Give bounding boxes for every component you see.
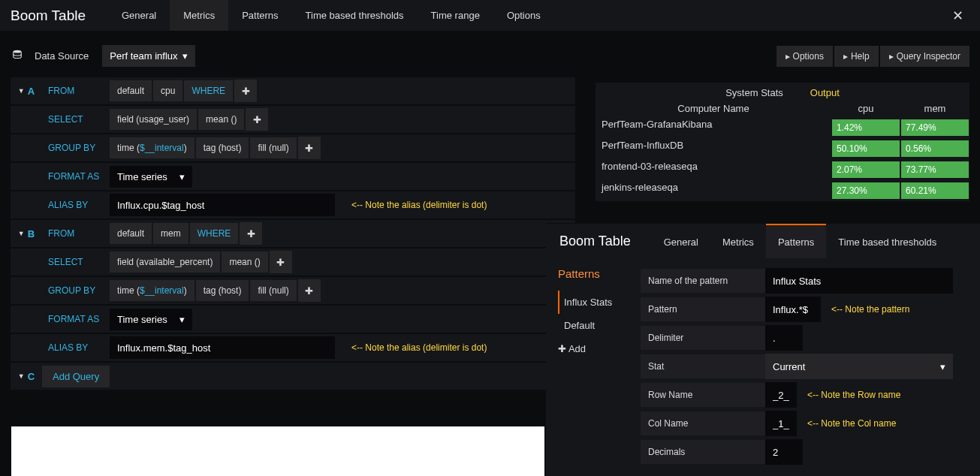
datasource-value: Perf team influx (110, 50, 177, 62)
select-agg[interactable]: mean () (222, 252, 267, 273)
groupby-add-button[interactable]: ✚ (298, 137, 321, 159)
overlay-panel-title: Boom Table (559, 233, 631, 249)
groupby-tag[interactable]: tag (host) (196, 280, 249, 301)
add-query-button[interactable]: Add Query (42, 366, 110, 387)
query-toggle-b[interactable]: ▼B (11, 228, 42, 240)
format-select[interactable]: Time series▾ (110, 309, 192, 330)
mem-cell: 77.49% (901, 119, 969, 136)
alias-note: <-- Note the alias (delimiter is dot) (351, 200, 487, 210)
colname-note: <-- Note the Col name (807, 418, 896, 429)
where-keyword[interactable]: WHERE (190, 223, 239, 244)
table-row: jenkins-releaseqa27.30%60.21% (596, 180, 969, 201)
caret-down-icon: ▼ (18, 87, 25, 95)
groupby-time[interactable]: time ($__interval) (110, 280, 194, 301)
decimals-label: Decimals (641, 440, 765, 464)
groupby-fill[interactable]: fill (null) (250, 137, 296, 158)
query-a: ▼A FROM default cpu WHERE ✚ SELECT field… (11, 77, 575, 218)
select-field[interactable]: field (usage_user) (110, 109, 197, 130)
select-field[interactable]: field (available_percent) (110, 252, 220, 273)
alias-label: ALIAS BY (42, 200, 110, 210)
format-select[interactable]: Time series▾ (110, 166, 192, 188)
overlay-tab-metrics[interactable]: Metrics (710, 224, 766, 258)
pattern-name-input[interactable] (765, 268, 953, 294)
decimals-input[interactable] (765, 439, 803, 465)
caret-down-icon: ▼ (18, 230, 25, 237)
overlay-tab-patterns[interactable]: Patterns (766, 224, 826, 258)
plus-icon: ✚ (305, 285, 313, 297)
sidebar-add-pattern[interactable]: ✚ Add (558, 337, 626, 360)
mem-cell: 73.77% (901, 161, 969, 178)
tab-time-range[interactable]: Time range (418, 0, 493, 31)
groupby-tag[interactable]: tag (host) (196, 137, 249, 158)
preview-rows: PerfTeam-GrafanaKibana1.42%77.49% PerfTe… (596, 117, 969, 201)
query-b: ▼B FROM default mem WHERE ✚ SELECT field… (11, 220, 575, 361)
query-toggle-a[interactable]: ▼A (11, 86, 42, 97)
tab-options[interactable]: Options (493, 0, 554, 31)
stat-select[interactable]: Current▾ (765, 354, 953, 379)
svg-point-0 (14, 50, 22, 53)
plus-icon: ✚ (276, 257, 285, 268)
plus-icon: ✚ (558, 343, 568, 354)
groupby-add-button[interactable]: ✚ (298, 279, 321, 302)
tab-time-thresholds[interactable]: Time based thresholds (292, 0, 418, 31)
caret-down-icon: ▾ (182, 50, 188, 62)
caret-down-icon: ▾ (179, 314, 185, 325)
from-default[interactable]: default (110, 80, 152, 101)
overlay-tab-general[interactable]: General (652, 224, 710, 258)
query-options-button[interactable]: ▸Options (776, 46, 833, 67)
colname-input[interactable] (765, 411, 797, 436)
lower-panel-area (11, 426, 544, 476)
alias-label: ALIAS BY (42, 342, 110, 353)
query-toggle-c[interactable]: ▼C (11, 371, 42, 382)
from-label: FROM (42, 228, 110, 239)
where-add-button[interactable]: ✚ (240, 222, 262, 245)
query-c: ▼C Add Query (11, 363, 575, 390)
sidebar-item-default[interactable]: Default (558, 314, 626, 337)
delimiter-input[interactable] (765, 325, 803, 351)
format-label: FORMAT AS (42, 171, 110, 182)
delimiter-label: Delimiter (641, 326, 765, 350)
groupby-fill[interactable]: fill (null) (250, 280, 296, 301)
caret-down-icon: ▾ (179, 171, 185, 182)
select-add-button[interactable]: ✚ (246, 108, 268, 131)
pattern-pattern-label: Pattern (641, 297, 765, 321)
caret-down-icon: ▼ (18, 372, 25, 380)
datasource-row: Data Source Perf team influx ▾ ▸Options … (0, 32, 980, 77)
datasource-select[interactable]: Perf team influx ▾ (102, 45, 194, 67)
cpu-cell: 50.10% (832, 140, 900, 157)
caret-right-icon: ▸ (889, 51, 894, 62)
caret-right-icon: ▸ (843, 51, 848, 62)
close-icon[interactable]: ✕ (946, 8, 969, 24)
where-add-button[interactable]: ✚ (234, 80, 257, 102)
from-measurement[interactable]: cpu (153, 80, 182, 101)
format-label: FORMAT AS (42, 314, 110, 324)
select-agg[interactable]: mean () (198, 109, 244, 130)
alias-note: <-- Note the alias (delimiter is dot) (351, 342, 487, 353)
pattern-note: <-- Note the pattern (831, 304, 909, 315)
editor-tab-bar: Boom Table General Metrics Patterns Time… (0, 0, 980, 32)
from-default[interactable]: default (110, 223, 152, 244)
query-inspector-button[interactable]: ▸Query Inspector (880, 46, 969, 67)
pattern-pattern-input[interactable] (765, 297, 821, 322)
preview-title-output: Output (810, 87, 840, 98)
tab-patterns[interactable]: Patterns (228, 0, 291, 31)
alias-input[interactable] (110, 194, 335, 216)
col-mem: mem (900, 103, 969, 114)
plus-icon: ✚ (247, 228, 255, 240)
groupby-time[interactable]: time ($__interval) (110, 137, 194, 158)
rowname-input[interactable] (765, 382, 797, 408)
plus-icon: ✚ (253, 114, 261, 125)
rowname-note: <-- Note the Row name (807, 390, 900, 400)
query-help-button[interactable]: ▸Help (834, 46, 879, 67)
tab-metrics[interactable]: Metrics (170, 0, 228, 31)
where-keyword[interactable]: WHERE (184, 80, 233, 101)
preview-title-system: System Stats (725, 87, 783, 98)
from-measurement[interactable]: mem (153, 223, 188, 244)
sidebar-item-influx-stats[interactable]: Influx Stats (558, 291, 626, 314)
select-add-button[interactable]: ✚ (270, 251, 292, 273)
patterns-sidebar: Patterns Influx Stats Default ✚ Add (558, 267, 626, 467)
table-row: PerfTeam-GrafanaKibana1.42%77.49% (596, 117, 969, 138)
overlay-tab-time-thresholds[interactable]: Time based thresholds (826, 224, 948, 258)
tab-general[interactable]: General (108, 0, 170, 31)
alias-input[interactable] (110, 336, 335, 359)
